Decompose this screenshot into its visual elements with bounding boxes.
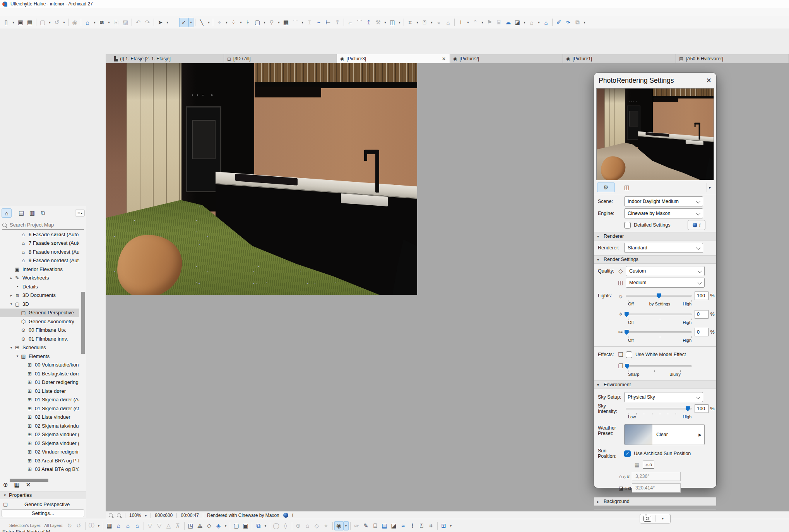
photorendering-dropdown[interactable]: ▾ (344, 521, 349, 530)
roof-button[interactable]: ⌅ (434, 18, 443, 27)
sun-altitude-field[interactable]: 3,236° (632, 472, 681, 481)
toolbar-icon[interactable] (79, 18, 83, 27)
detailed-settings-checkbox[interactable] (624, 222, 631, 228)
align-button[interactable]: ⌗ (406, 18, 415, 27)
slider-thumb[interactable] (686, 406, 690, 411)
menu-document[interactable] (30, 11, 37, 13)
inject-parameters-button[interactable]: ▨ (121, 18, 130, 27)
menu-eptar-solutions[interactable] (58, 11, 65, 13)
fit-in-window-button[interactable]: ◳ (186, 521, 195, 530)
painted-light-slider[interactable] (626, 329, 691, 335)
bottom-toolbar-icon[interactable] (228, 521, 232, 530)
tree-item-schedule-vinduer-redigering[interactable]: ⊞ 02 Vinduer redigering o (0, 448, 79, 457)
pen-sets-dropdown[interactable]: ▾ (582, 18, 587, 27)
tree-item-schedule-skjema-dorer-a4[interactable]: ⊞ 01 Skjema dører (A4) (0, 396, 79, 404)
favorites-dropdown[interactable]: ▾ (92, 18, 97, 27)
send-to-back-button[interactable]: ▽ (155, 521, 164, 530)
grid-button[interactable]: ⌗ (426, 521, 436, 530)
view-settings-dropdown[interactable]: ▾ (263, 521, 268, 530)
layers-button[interactable]: ≋ (97, 18, 106, 27)
bottom-toolbar-icon[interactable] (331, 521, 334, 530)
toolbar-icon[interactable] (152, 18, 156, 27)
bottom-toolbar-icon[interactable] (436, 521, 439, 530)
multiply-button[interactable]: ◫ (388, 18, 397, 27)
element-info-button[interactable]: ⓘ (87, 521, 96, 530)
view-settings-button[interactable]: ⧉ (254, 521, 263, 530)
zoom-level[interactable]: 100% (129, 513, 141, 518)
toolbar-icon[interactable] (130, 18, 133, 27)
bring-forward-button[interactable]: △ (164, 521, 173, 530)
tab-layout-a50-6[interactable]: ▤ [A50-6 Hvitevarer] (676, 54, 789, 63)
sun-azimuth-field[interactable]: 320,414° (632, 483, 681, 493)
start-rendering-dropdown[interactable]: ▾ (656, 517, 671, 520)
tree-item-schedule-skjema-dorer-storre[interactable]: ⊞ 01 Skjema dører (større a (0, 404, 79, 413)
new-file-dropdown[interactable]: ▾ (11, 18, 16, 27)
sun-intensity-value[interactable]: 100 (695, 292, 709, 300)
tree-item-fasade-8[interactable]: ⌂ 8 Fasade nordvest (Auto-r (0, 247, 79, 256)
bottom-toolbar-icon[interactable] (101, 521, 105, 530)
surveyor-button[interactable]: ⌖ (322, 521, 331, 530)
element-info-dropdown[interactable]: ▾ (96, 521, 101, 530)
curves-button[interactable]: ≈ (399, 521, 408, 530)
undo-button[interactable]: ↶ (133, 18, 143, 27)
layout-book-button[interactable]: ▥ (27, 208, 37, 218)
snap-points-button[interactable]: ⁘ (229, 18, 238, 27)
bottom-toolbar-icon[interactable] (183, 521, 186, 530)
sun-study-button[interactable]: ⌂ (541, 18, 551, 27)
arc-button[interactable]: ⌒ (291, 18, 300, 27)
render-settings-section-header[interactable]: ▾ Render Settings (594, 255, 716, 264)
home-story-up-button[interactable]: ⌂ (123, 521, 133, 530)
toolbar-icon[interactable] (67, 18, 70, 27)
toolbar-icon[interactable] (193, 18, 197, 27)
environment-section-header[interactable]: ▾ Environment (594, 380, 716, 389)
text-tool-dropdown[interactable]: ▾ (466, 18, 471, 27)
dimension-button[interactable]: ▦ (281, 18, 291, 27)
surface-painter-button[interactable]: ✑ (352, 521, 361, 530)
tree-item-schedule-liste-dorer[interactable]: ⊞ 01 Liste dører (0, 387, 79, 396)
update-dropdown[interactable]: ▾ (62, 18, 67, 27)
layers-dropdown[interactable]: ▾ (106, 18, 111, 27)
publish-button[interactable]: ▢ (38, 18, 47, 27)
profile-button[interactable]: ⚲ (267, 18, 276, 27)
sky-intensity-slider[interactable] (626, 406, 691, 411)
text-tool[interactable]: Ｉ (456, 18, 466, 27)
arrow-tool-dropdown[interactable]: ▾ (165, 18, 170, 27)
background-section-header[interactable]: ▸ Background (594, 497, 716, 506)
tree-item-filmbane-utv[interactable]: ⊙ 00 Filmbane Utv. (0, 326, 79, 335)
fillet-button[interactable]: ⌐ (346, 18, 355, 27)
pen-button[interactable]: ⌇ (408, 521, 417, 530)
sky-setup-dropdown[interactable]: Physical Sky (624, 392, 703, 402)
photorendering-button[interactable]: ◉ (334, 521, 344, 530)
materials-button[interactable]: ⌸ (371, 521, 380, 530)
tree-item-schedule-liste-vinduer[interactable]: ⊞ 02 Liste vinduer (0, 413, 79, 422)
tree-item-schedule-volumstudie[interactable]: ⊞ 00 Volumstudie/konsept (0, 361, 79, 370)
expander-icon[interactable]: ▾ (9, 302, 14, 306)
mesh-button[interactable]: ⌂ (443, 18, 453, 27)
editing-plane-button[interactable]: ▢ (253, 18, 262, 27)
engine-info-button[interactable]: i (688, 220, 705, 230)
arc-dropdown[interactable]: ▾ (300, 18, 305, 27)
use-archicad-sun-checkbox[interactable]: ✓ (624, 450, 631, 457)
quick-layers-button[interactable]: ▦ (105, 521, 114, 530)
snap-points-dropdown[interactable]: ▾ (238, 18, 243, 27)
tree-item-schedule-takvinduer[interactable]: ⊞ 02 Skjema takvinduer (A (0, 421, 79, 430)
publish-dropdown[interactable]: ▾ (47, 18, 52, 27)
marquee-tool[interactable] (170, 18, 179, 27)
zoom-menu-arrow-icon[interactable]: ▸ (145, 513, 147, 517)
axonometry-button[interactable]: ▢ (232, 521, 241, 530)
walkthrough-button[interactable]: ⟠ (281, 521, 290, 530)
project-map-button[interactable]: ⌂ (2, 208, 12, 218)
weather-preset-button[interactable]: Clear ▶ (624, 424, 705, 445)
vr-button[interactable]: ◇ (312, 521, 322, 530)
publisher-sets-button[interactable]: ⧉ (38, 208, 48, 218)
find-select-button[interactable]: ◉ (70, 18, 79, 27)
search-input[interactable] (9, 222, 72, 228)
tree-item-elements[interactable]: ▾ ▨ Elements (0, 352, 79, 361)
sun-by-date-button[interactable]: ▦ (631, 460, 643, 469)
tree-item-schedule-vinduer-storre[interactable]: ⊞ 02 Skjema vinduer (størr (0, 439, 79, 448)
line-tool-dropdown[interactable]: ▾ (206, 18, 211, 27)
camera-path-button[interactable]: ⌂ (303, 521, 312, 530)
walk-mode-button[interactable]: ⟁ (195, 521, 205, 530)
label-button[interactable]: ⍞ (417, 521, 426, 530)
tree-item-worksheets[interactable]: ▸ ✎ Worksheets (0, 274, 79, 283)
